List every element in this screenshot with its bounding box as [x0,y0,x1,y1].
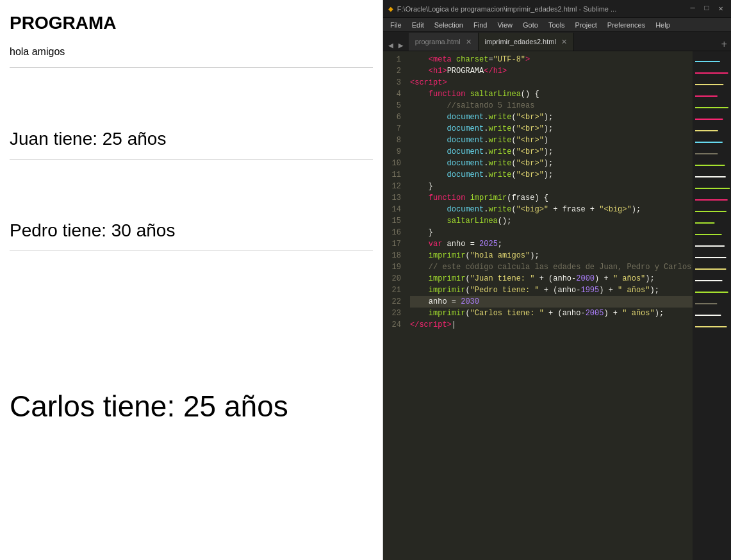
code-line-13: function imprimir(frase) { [410,192,693,204]
tab-imprimir[interactable]: imprimir_edades2.html ✕ [479,33,574,51]
menu-file[interactable]: File [386,20,406,30]
code-line-1: <meta charset="UTF-8"> [410,54,693,65]
line-num-13: 13 [383,192,401,204]
title-bar-title: F:\Oracle\Logica de programacion\imprimi… [397,5,616,13]
line-num-12: 12 [383,181,401,192]
menu-find[interactable]: Find [469,20,491,30]
line-num-19: 19 [383,261,401,273]
line-num-8: 8 [383,135,401,146]
menu-view[interactable]: View [493,20,517,30]
tab-nav-left[interactable]: ◀ [386,40,396,51]
sublime-icon: ◆ [388,4,393,14]
output-pedro: Pedro tiene: 30 años [10,220,373,241]
spacer-1 [10,78,373,129]
code-line-17: var anho = 2025; [410,238,693,250]
code-line-21: imprimir("Pedro tiene: " + (anho-1995) +… [410,284,693,296]
output-carlos: Carlos tiene: 25 años [10,389,373,424]
line-num-9: 9 [383,146,401,158]
code-content[interactable]: <meta charset="UTF-8"> <h1>PROGRAMA</h1>… [406,51,693,560]
code-line-2: <h1>PROGRAMA</h1> [410,65,693,77]
menu-preferences[interactable]: Preferences [603,20,650,30]
page-title: PROGRAMA [10,13,373,33]
line-num-6: 6 [383,111,401,123]
menu-project[interactable]: Project [571,20,602,30]
line-num-17: 17 [383,238,401,250]
code-line-16: } [410,227,693,238]
code-line-24: </script>| [410,319,693,331]
line-num-18: 18 [383,250,401,261]
title-bar-left: ◆ F:\Oracle\Logica de programacion\impri… [388,4,616,14]
code-line-14: document.write("<big>" + frase + "<big>"… [410,204,693,215]
tab-programa-label: programa.html [415,38,461,45]
line-num-3: 3 [383,77,401,88]
close-button[interactable]: ✕ [716,4,726,13]
menu-selection[interactable]: Selection [430,20,468,30]
menu-bar: File Edit Selection Find View Goto Tools… [383,18,731,32]
line-num-1: 1 [383,54,401,65]
tab-imprimir-close[interactable]: ✕ [561,38,567,46]
tab-nav-right[interactable]: ▶ [396,40,406,51]
code-line-3: <script> [410,77,693,88]
code-line-6: document.write("<br>"); [410,111,693,123]
tab-imprimir-label: imprimir_edades2.html [485,38,556,45]
spacer-2 [10,169,373,220]
code-line-7: document.write("<br>"); [410,123,693,135]
title-bar: ◆ F:\Oracle\Logica de programacion\impri… [383,0,731,18]
line-num-14: 14 [383,204,401,215]
tab-nav: ◀ ▶ [383,40,409,51]
hr-2 [10,159,373,160]
code-line-10: document.write("<br>"); [410,158,693,169]
code-line-22: anho = 2030 [410,296,693,308]
code-line-19: // este código calcula las edades de Jua… [410,261,693,273]
menu-help[interactable]: Help [651,20,675,30]
window-controls[interactable]: ─ □ ✕ [687,4,726,13]
code-line-8: document.write("<hr>") [410,135,693,146]
browser-panel: PROGRAMA hola amigos Juan tiene: 25 años… [0,0,383,560]
line-num-23: 23 [383,308,401,319]
menu-goto[interactable]: Goto [518,20,543,30]
code-line-15: saltarLinea(); [410,215,693,227]
line-num-20: 20 [383,273,401,284]
output-juan: Juan tiene: 25 años [10,129,373,149]
code-line-9: document.write("<br>"); [410,146,693,158]
tab-programa-close[interactable]: ✕ [466,38,472,46]
line-num-16: 16 [383,227,401,238]
hr-1 [10,67,373,68]
tab-bar: ◀ ▶ programa.html ✕ imprimir_edades2.htm… [383,32,731,51]
maximize-button[interactable]: □ [702,4,712,13]
code-line-12: } [410,181,693,192]
line-num-22: 22 [383,296,401,308]
menu-tools[interactable]: Tools [544,20,570,30]
minimap [693,51,731,560]
line-num-2: 2 [383,65,401,77]
line-num-15: 15 [383,215,401,227]
minimap-canvas [693,51,731,340]
code-line-23: imprimir("Carlos tiene: " + (anho-2005) … [410,308,693,319]
line-num-10: 10 [383,158,401,169]
hr-3 [10,251,373,251]
line-num-4: 4 [383,88,401,100]
code-line-4: function saltarLinea() { [410,88,693,100]
tab-add-button[interactable]: + [721,39,727,51]
code-line-5: //saltando 5 lineas [410,100,693,111]
code-area: 123456789101112131415161718192021222324 … [383,51,693,560]
spacer-3 [10,261,373,389]
menu-edit[interactable]: Edit [407,20,429,30]
line-num-7: 7 [383,123,401,135]
tab-programa[interactable]: programa.html ✕ [409,33,479,51]
editor-panel: ◆ F:\Oracle\Logica de programacion\impri… [383,0,731,560]
line-num-24: 24 [383,319,401,331]
code-line-11: document.write("<br>"); [410,169,693,181]
line-numbers: 123456789101112131415161718192021222324 [383,51,406,560]
tab-bar-right: + [721,39,731,51]
line-num-21: 21 [383,284,401,296]
line-num-11: 11 [383,169,401,181]
minimize-button[interactable]: ─ [687,4,698,13]
code-line-20: imprimir("Juan tiene: " + (anho-2000) + … [410,273,693,284]
output-hola: hola amigos [10,46,373,58]
code-line-18: imprimir("hola amigos"); [410,250,693,261]
line-num-5: 5 [383,100,401,111]
